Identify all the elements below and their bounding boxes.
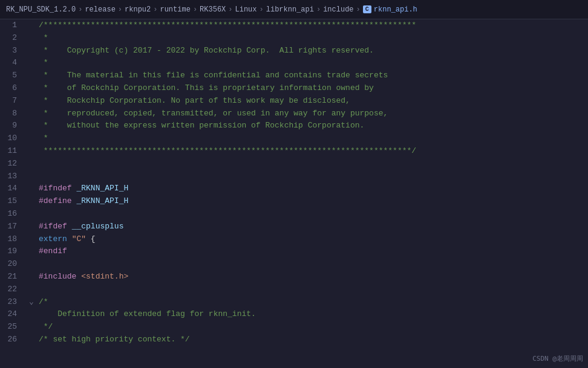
code-token: * reproduced, copied, transmitted, or us… bbox=[39, 108, 388, 120]
line-number: 17 bbox=[5, 221, 17, 233]
breadcrumb-sep-3: › bbox=[153, 5, 157, 14]
line-number: 8 bbox=[5, 108, 17, 120]
line-number: 21 bbox=[5, 271, 17, 283]
line-number: 12 bbox=[5, 158, 17, 170]
line-number: 2 bbox=[5, 32, 17, 45]
line-number: 18 bbox=[5, 233, 17, 246]
code-token bbox=[67, 233, 72, 246]
fold-indicator[interactable]: ⌄ bbox=[29, 296, 39, 309]
code-line: * bbox=[29, 57, 588, 69]
code-line: * bbox=[29, 32, 588, 45]
breadcrumb-sep-8: › bbox=[356, 5, 361, 14]
breadcrumb-item-include[interactable]: include bbox=[323, 5, 353, 14]
code-line: * The material in this file is confident… bbox=[29, 69, 588, 82]
breadcrumb-item-linux[interactable]: Linux bbox=[235, 5, 257, 14]
code-line: /* set high priority context. */ bbox=[29, 334, 588, 346]
code-area: 1234567891011121314151617181920212223242… bbox=[0, 19, 588, 368]
code-line: #include <stdint.h> bbox=[29, 271, 588, 283]
code-token: Definition of extended flag for rknn_ini… bbox=[39, 308, 256, 321]
line-number: 7 bbox=[5, 95, 17, 108]
line-number: 4 bbox=[5, 57, 17, 69]
code-line: #ifndef _RKNN_API_H bbox=[29, 182, 588, 195]
line-number: 25 bbox=[5, 321, 17, 334]
code-content[interactable]: /***************************************… bbox=[24, 19, 588, 368]
code-line: ⌄/* bbox=[29, 296, 588, 309]
breadcrumb-item-runtime[interactable]: runtime bbox=[160, 5, 190, 14]
code-token: #include bbox=[39, 271, 76, 283]
breadcrumb-sep-7: › bbox=[316, 5, 321, 14]
code-line: * Rockchip Corporation. No part of this … bbox=[29, 95, 588, 108]
code-token: "C" bbox=[72, 233, 86, 246]
code-token: { bbox=[86, 233, 96, 246]
line-number: 14 bbox=[5, 182, 17, 195]
line-number: 9 bbox=[5, 120, 17, 132]
code-token: */ bbox=[39, 321, 53, 334]
code-token: #endif bbox=[39, 245, 67, 258]
code-line bbox=[29, 258, 588, 271]
breadcrumb-sep-2: › bbox=[118, 5, 122, 14]
line-number: 23 bbox=[5, 296, 17, 309]
line-number: 6 bbox=[5, 82, 17, 95]
code-line: * Copyright (c) 2017 - 2022 by Rockchip … bbox=[29, 45, 588, 57]
code-line: /***************************************… bbox=[29, 19, 588, 32]
code-token: /* set high priority context. */ bbox=[39, 334, 190, 346]
code-line: #endif bbox=[29, 245, 588, 258]
breadcrumb: RK_NPU_SDK_1.2.0 › release › rknpu2 › ru… bbox=[0, 0, 588, 19]
code-token: * Copyright (c) 2017 - 2022 by Rockchip … bbox=[39, 45, 374, 57]
line-number: 3 bbox=[5, 45, 17, 57]
line-number: 22 bbox=[5, 283, 17, 296]
code-token: _RKNN_API_H bbox=[76, 195, 128, 208]
code-token: ****************************************… bbox=[39, 145, 416, 158]
code-token: __cplusplus bbox=[72, 221, 124, 233]
code-token: #define bbox=[39, 195, 72, 208]
code-line: * without the express written permission… bbox=[29, 120, 588, 132]
code-token: #ifdef bbox=[39, 221, 67, 233]
code-token: /* bbox=[39, 296, 48, 309]
breadcrumb-item-librknn[interactable]: librknn_api bbox=[266, 5, 314, 14]
watermark: CSDN @老周周周 bbox=[532, 354, 583, 363]
code-token: * without the express written permission… bbox=[39, 120, 364, 132]
line-number: 5 bbox=[5, 69, 17, 82]
code-line bbox=[29, 170, 588, 183]
code-line bbox=[29, 208, 588, 221]
code-token: _RKNN_API_H bbox=[76, 182, 128, 195]
code-token: /***************************************… bbox=[39, 19, 416, 32]
code-token: * Rockchip Corporation. No part of this … bbox=[39, 95, 350, 108]
breadcrumb-item-filename[interactable]: rknn_api.h bbox=[374, 5, 417, 14]
code-token: * bbox=[39, 57, 48, 69]
code-line: #ifdef __cplusplus bbox=[29, 221, 588, 233]
code-line bbox=[29, 158, 588, 170]
line-number: 24 bbox=[5, 308, 17, 321]
line-number: 26 bbox=[5, 334, 17, 346]
breadcrumb-item-rknpu2[interactable]: rknpu2 bbox=[125, 5, 151, 14]
code-token bbox=[67, 221, 72, 233]
line-number: 15 bbox=[5, 195, 17, 208]
code-token: extern bbox=[39, 233, 67, 246]
breadcrumb-item-root[interactable]: RK_NPU_SDK_1.2.0 bbox=[6, 5, 76, 14]
breadcrumb-sep-4: › bbox=[193, 5, 197, 14]
code-line: * bbox=[29, 132, 588, 145]
line-number: 19 bbox=[5, 245, 17, 258]
code-token: * of Rockchip Corporation. This is propr… bbox=[39, 82, 374, 95]
line-number: 20 bbox=[5, 258, 17, 271]
code-token: #ifndef bbox=[39, 182, 72, 195]
code-token: * bbox=[39, 32, 48, 45]
code-line: #define _RKNN_API_H bbox=[29, 195, 588, 208]
code-line: * reproduced, copied, transmitted, or us… bbox=[29, 108, 588, 120]
line-numbers: 1234567891011121314151617181920212223242… bbox=[0, 19, 24, 368]
code-token: * The material in this file is confident… bbox=[39, 69, 388, 82]
code-token bbox=[76, 271, 81, 283]
code-token: <stdint.h> bbox=[81, 271, 128, 283]
breadcrumb-item-rk356x[interactable]: RK356X bbox=[200, 5, 226, 14]
code-line: * of Rockchip Corporation. This is propr… bbox=[29, 82, 588, 95]
code-line: ****************************************… bbox=[29, 145, 588, 158]
code-line: extern "C" { bbox=[29, 233, 588, 246]
line-number: 13 bbox=[5, 170, 17, 183]
breadcrumb-item-release[interactable]: release bbox=[85, 5, 115, 14]
code-line bbox=[29, 283, 588, 296]
line-number: 1 bbox=[5, 19, 17, 32]
line-number: 10 bbox=[5, 132, 17, 145]
c-language-badge: C bbox=[363, 5, 371, 13]
code-line: */ bbox=[29, 321, 588, 334]
code-line: Definition of extended flag for rknn_ini… bbox=[29, 308, 588, 321]
